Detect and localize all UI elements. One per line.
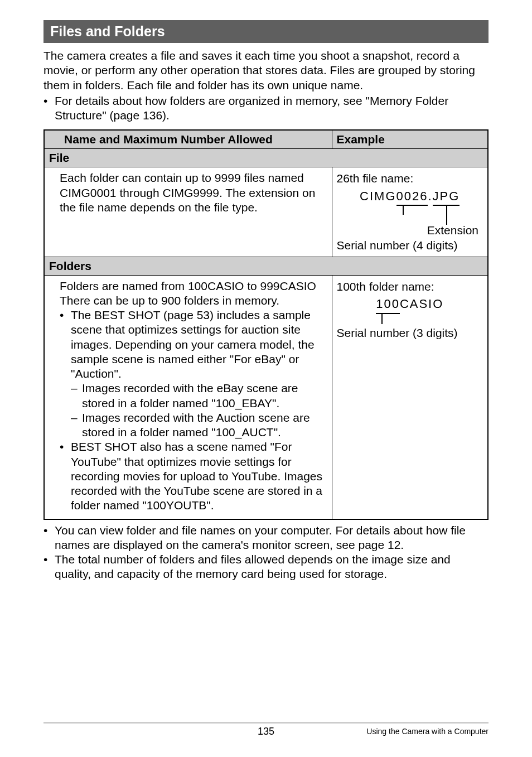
footer-bullet-2-text: The total number of folders and files al…	[55, 552, 489, 582]
file-example-intro: 26th file name:	[337, 171, 483, 186]
serial-label: Serial number (4 digits)	[337, 238, 483, 253]
folder-bullet-1: • The BEST SHOT (page 53) includes a sam…	[60, 308, 327, 381]
table-header-row: Name and Maximum Number Allowed Example	[44, 130, 488, 149]
bullet-dot-icon: •	[60, 440, 71, 513]
bullet-dot-icon: •	[43, 94, 55, 123]
intro-bullet: • For details about how folders are orga…	[43, 94, 489, 123]
row-spacer	[44, 275, 60, 519]
folder-dash-2: – Images recorded with the Auction scene…	[60, 411, 327, 440]
page-footer: 135 Using the Camera with a Computer	[43, 722, 489, 736]
section-heading: Files and Folders	[43, 20, 489, 43]
callout-lines	[337, 314, 483, 324]
folders-section-label: Folders	[44, 257, 488, 275]
dash-icon: –	[71, 411, 82, 440]
page-content: Files and Folders The camera creates a f…	[0, 0, 532, 582]
intro-paragraph: The camera creates a file and saves it e…	[43, 49, 489, 93]
col-example-header: Example	[332, 130, 488, 149]
folder-bullet-2: • BEST SHOT also has a scene named "For …	[60, 440, 327, 513]
folder-dash-1-text: Images recorded with the eBay scene are …	[82, 381, 327, 411]
folders-body-row: Folders are named from 100CASIO to 999CA…	[44, 275, 488, 519]
folder-dash-1: – Images recorded with the eBay scene ar…	[60, 381, 327, 411]
bullet-dot-icon: •	[43, 523, 55, 553]
file-description: Each folder can contain up to 9999 files…	[60, 167, 332, 257]
tick-line-icon	[381, 314, 383, 324]
file-ext: JPG	[433, 189, 460, 206]
file-dot: .	[428, 189, 432, 203]
file-body-row: Each folder can contain up to 9999 files…	[44, 167, 488, 257]
tick-line-icon	[446, 206, 447, 225]
col-name-header: Name and Maximum Number Allowed	[60, 130, 332, 149]
folder-dash-2-text: Images recorded with the Auction scene a…	[82, 411, 327, 440]
row-spacer	[44, 167, 60, 257]
page-number: 135	[258, 726, 274, 737]
folder-serial-label: Serial number (3 digits)	[337, 325, 483, 340]
file-prefix: CIMG	[360, 189, 396, 203]
folder-example-name: 100CASIO	[337, 296, 483, 314]
extension-label: Extension	[337, 223, 483, 238]
footer-bullets: • You can view folder and file names on …	[43, 523, 489, 582]
folders-description: Folders are named from 100CASIO to 999CA…	[60, 275, 332, 519]
file-example-cell: 26th file name: CIMG0026.JPG Extension S…	[332, 167, 488, 257]
folder-bullet-2-text: BEST SHOT also has a scene named "For Yo…	[71, 440, 327, 513]
header-spacer	[44, 130, 60, 149]
file-example-name: CIMG0026.JPG	[337, 189, 483, 206]
file-serial: 0026	[396, 189, 428, 206]
tick-line-icon	[403, 206, 404, 215]
bullet-dot-icon: •	[60, 308, 71, 381]
footer-bullet-1-text: You can view folder and file names on yo…	[55, 523, 489, 553]
callout-lines	[337, 206, 483, 221]
bullet-dot-icon: •	[43, 552, 55, 582]
folders-section-row: Folders	[44, 257, 488, 275]
intro-bullet-text: For details about how folders are organi…	[55, 94, 489, 123]
folder-desc-line2: There can be up to 900 folders in memory…	[60, 293, 327, 308]
folder-desc-line1: Folders are named from 100CASIO to 999CA…	[60, 279, 327, 293]
file-section-label: File	[44, 149, 488, 167]
dash-icon: –	[71, 381, 82, 411]
folder-bullet-1-text: The BEST SHOT (page 53) includes a sampl…	[71, 308, 327, 381]
folder-serial: 100	[376, 296, 400, 314]
footer-bullet-2: • The total number of folders and files …	[43, 552, 489, 582]
folder-example-cell: 100th folder name: 100CASIO Serial numbe…	[332, 275, 488, 519]
footer-chapter: Using the Camera with a Computer	[366, 727, 489, 736]
folder-example-intro: 100th folder name:	[337, 279, 483, 294]
file-section-row: File	[44, 149, 488, 167]
footer-bullet-1: • You can view folder and file names on …	[43, 523, 489, 553]
folder-suffix: CASIO	[400, 297, 443, 311]
file-folder-table: Name and Maximum Number Allowed Example …	[43, 129, 489, 519]
